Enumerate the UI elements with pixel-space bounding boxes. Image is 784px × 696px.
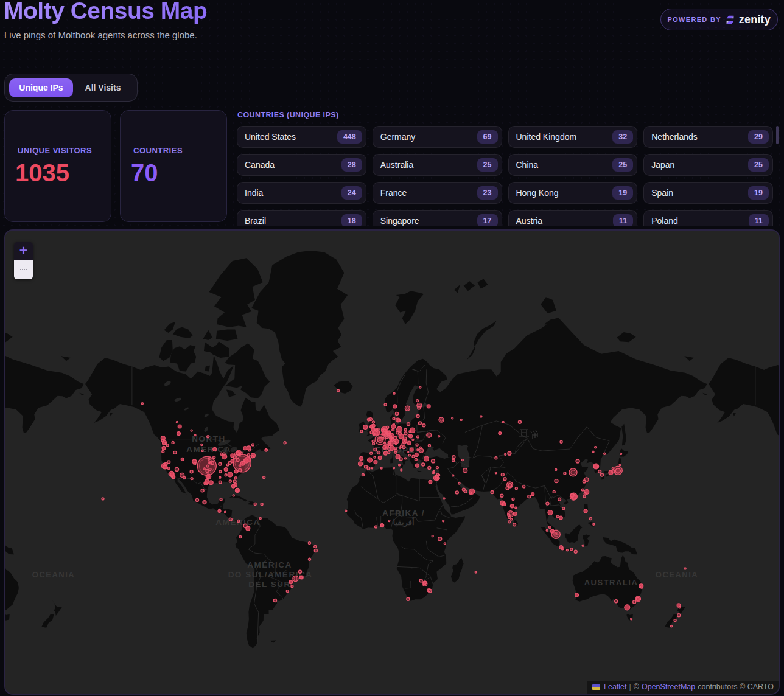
- svg-text:AUSTRALIA: AUSTRALIA: [584, 578, 639, 587]
- svg-text:OCEANIA: OCEANIA: [32, 570, 75, 579]
- svg-text:OCEANIA: OCEANIA: [656, 570, 698, 579]
- svg-text:AMÉRICA: AMÉRICA: [247, 560, 292, 569]
- svg-text:AFRIKA /: AFRIKA /: [382, 509, 425, 518]
- svg-text:DEL SUR: DEL SUR: [248, 580, 291, 589]
- svg-text:أفريقيا: أفريقيا: [393, 517, 414, 527]
